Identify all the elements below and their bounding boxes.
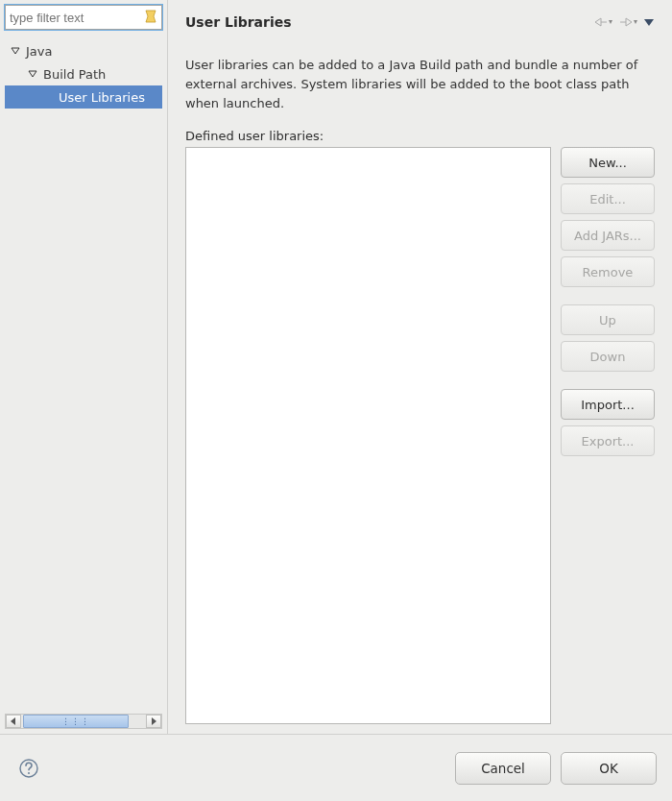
tree-item-java[interactable]: Java: [5, 39, 162, 62]
page-description: User libraries can be added to a Java Bu…: [185, 56, 655, 113]
ok-button[interactable]: OK: [561, 752, 657, 785]
up-button: Up: [561, 304, 655, 335]
edit-button: Edit...: [561, 183, 655, 214]
scroll-thumb[interactable]: ⋮⋮⋮: [23, 715, 129, 728]
tree-item-label: Java: [26, 44, 52, 59]
horizontal-scrollbar[interactable]: ⋮⋮⋮: [5, 714, 162, 729]
remove-button: Remove: [561, 256, 655, 287]
bottom-bar: Cancel OK: [0, 734, 672, 801]
nav-forward-icon[interactable]: [618, 16, 637, 28]
nav-back-icon[interactable]: [593, 16, 612, 28]
expand-arrow-icon: [26, 67, 39, 81]
scroll-left-icon[interactable]: [6, 715, 21, 728]
expand-arrow-icon: [9, 44, 22, 58]
clear-filter-icon[interactable]: [142, 8, 159, 25]
down-button: Down: [561, 341, 655, 372]
new-button[interactable]: New...: [561, 147, 655, 178]
export-button: Export...: [561, 425, 655, 456]
defined-libraries-label: Defined user libraries:: [185, 129, 655, 143]
tree-item-build-path[interactable]: Build Path: [5, 62, 162, 85]
svg-point-1: [28, 772, 30, 774]
help-icon[interactable]: [15, 755, 42, 782]
add-jars-button: Add JARs...: [561, 220, 655, 251]
cancel-button[interactable]: Cancel: [455, 752, 551, 785]
nav-tree: Java Build Path User Libraries: [5, 39, 162, 714]
filter-input[interactable]: [5, 5, 162, 30]
view-menu-icon[interactable]: [643, 16, 655, 28]
tree-item-label: User Libraries: [59, 90, 145, 105]
tree-item-user-libraries[interactable]: User Libraries: [5, 85, 162, 109]
import-button[interactable]: Import...: [561, 389, 655, 420]
defined-libraries-list[interactable]: [185, 147, 551, 724]
content-panel: User Libraries: [168, 0, 672, 734]
page-title: User Libraries: [185, 14, 593, 30]
scroll-track[interactable]: ⋮⋮⋮: [21, 715, 146, 728]
sidebar: Java Build Path User Libraries ⋮⋮⋮: [0, 0, 168, 734]
scroll-right-icon[interactable]: [146, 715, 161, 728]
tree-item-label: Build Path: [43, 67, 106, 82]
